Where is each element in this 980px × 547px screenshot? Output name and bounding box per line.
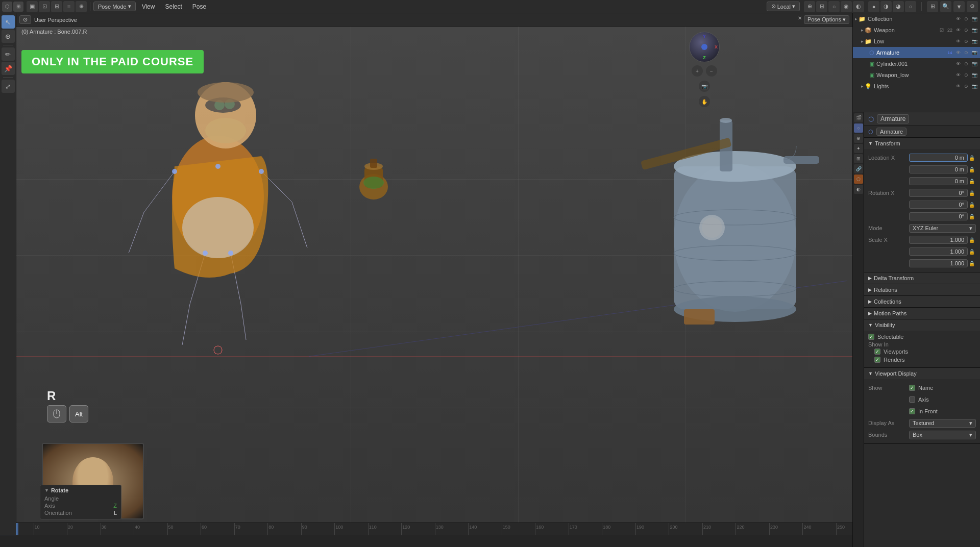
lights-filter[interactable]: ⊙	[963, 83, 970, 90]
draw-tool[interactable]: ✏	[2, 47, 15, 61]
nav-zoom-in[interactable]: +	[692, 65, 703, 77]
rotation-z-value[interactable]: 0°	[909, 212, 968, 220]
cursor-tool[interactable]: ⊕	[2, 30, 15, 43]
settings-icon[interactable]: ⚙	[967, 1, 978, 12]
rotation-x-lock[interactable]: 🔒	[969, 190, 976, 196]
render-rendered[interactable]: ◕	[893, 1, 904, 12]
object-name-display[interactable]: Armature	[877, 114, 909, 123]
rotation-z-lock[interactable]: 🔒	[969, 214, 976, 219]
layout-icon-3[interactable]: ⊞	[51, 1, 62, 12]
axis-checkbox[interactable]	[909, 396, 915, 403]
data-name-display[interactable]: Armature	[876, 128, 906, 136]
prop-object-icon[interactable]: ○	[854, 123, 863, 133]
prop-material-icon[interactable]: ◐	[854, 185, 863, 194]
armature-camera[interactable]: 📷	[971, 49, 978, 56]
location-y-lock[interactable]: 🔒	[969, 167, 976, 172]
low-camera[interactable]: 📷	[971, 38, 978, 45]
close-fullscreen-icon[interactable]: ✕	[798, 15, 802, 24]
collection-filter[interactable]: ⊙	[963, 15, 970, 22]
transform-tool[interactable]: ⤢	[2, 80, 15, 93]
delta-transform-header[interactable]: Delta Transform	[864, 272, 980, 284]
location-x-lock[interactable]: 🔒	[969, 155, 976, 161]
renders-checkbox[interactable]: ✓	[874, 357, 880, 363]
transform-icon[interactable]: ⊕	[804, 1, 815, 12]
bounds-value[interactable]: Box ▾	[909, 431, 976, 439]
weapon-low-eye[interactable]: 👁	[954, 71, 962, 79]
select-menu[interactable]: Select	[161, 2, 186, 11]
zoom-icon[interactable]: 🔍	[940, 1, 951, 12]
nav-y-axis[interactable]: Y	[703, 34, 706, 39]
weapon-eye[interactable]: 👁	[954, 27, 962, 34]
render-mat[interactable]: ◑	[880, 1, 892, 12]
motion-paths-header[interactable]: Motion Paths	[864, 308, 980, 319]
lights-camera[interactable]: 📷	[971, 83, 978, 90]
weapon-check[interactable]: ☑	[938, 27, 945, 34]
scale-y-value[interactable]: 1.000	[909, 247, 968, 256]
prop-particles-icon[interactable]: ✦	[854, 144, 863, 153]
magnet-icon[interactable]: ⊞	[816, 1, 827, 12]
viewport-perspective-btn[interactable]: ⊙	[19, 15, 31, 24]
annotate-tool[interactable]: 📌	[2, 62, 15, 75]
display-as-value[interactable]: Textured ▾	[909, 419, 976, 428]
filter-icon[interactable]: ▼	[953, 1, 965, 12]
pose-menu[interactable]: Pose	[188, 2, 210, 11]
low-filter[interactable]: ⊙	[963, 38, 970, 45]
scale-z-lock[interactable]: 🔒	[969, 261, 976, 266]
render-wire[interactable]: ○	[905, 1, 916, 12]
prop-modifier-icon[interactable]: ⊕	[854, 134, 863, 143]
collections-header[interactable]: Collections	[864, 296, 980, 307]
lights-eye[interactable]: 👁	[954, 83, 962, 90]
scale-y-lock[interactable]: 🔒	[969, 249, 976, 255]
weapon-low-filter[interactable]: ⊙	[963, 71, 970, 79]
in-front-checkbox[interactable]: ✓	[909, 408, 915, 414]
outliner-item-armature[interactable]: ⬡ Armature 14 👁 ⊙ 📷	[853, 47, 980, 58]
cylinder-eye[interactable]: 👁	[954, 60, 962, 67]
editor-type-icon[interactable]: ⊞	[927, 1, 938, 12]
outliner-item-weapon-low[interactable]: ▣ Weapon_low 👁 ⊙ 📷	[853, 69, 980, 81]
rotate-collapse-icon[interactable]: ▼	[44, 488, 49, 493]
collection-eye[interactable]: 👁	[954, 15, 962, 22]
overlay-icon[interactable]: ◉	[841, 1, 852, 12]
prop-scene-icon[interactable]: 🎬	[854, 113, 863, 122]
select-tool[interactable]: ↖	[2, 15, 15, 29]
nav-zoom-out[interactable]: −	[706, 65, 717, 77]
viewport-display-header[interactable]: Viewport Display	[864, 368, 980, 379]
weapon-low-camera[interactable]: 📷	[971, 71, 978, 79]
rotation-mode-value[interactable]: XYZ Euler ▾	[909, 224, 976, 233]
mode-icon[interactable]: ⊞	[13, 2, 23, 12]
location-y-value[interactable]: 0 m	[909, 165, 968, 173]
layout-icon-2[interactable]: ⊡	[39, 1, 50, 12]
pose-options-btn[interactable]: Pose Options ▾	[804, 15, 849, 24]
name-checkbox[interactable]: ✓	[909, 385, 915, 391]
rotation-y-value[interactable]: 0°	[909, 201, 968, 209]
transform-header[interactable]: Transform	[864, 138, 980, 149]
layout-icon-4[interactable]: ≡	[63, 1, 75, 12]
prop-physics-icon[interactable]: ⊞	[854, 154, 863, 163]
weapon-camera[interactable]: 📷	[971, 27, 978, 34]
nav-z-axis[interactable]: Z	[703, 55, 706, 60]
selectable-checkbox[interactable]: ✓	[868, 334, 874, 340]
rotation-x-value[interactable]: 0°	[909, 189, 968, 197]
layout-icon-5[interactable]: ⊕	[76, 1, 87, 12]
app-icon[interactable]: ⬡	[2, 2, 12, 12]
location-x-value[interactable]: 0 m	[909, 154, 968, 162]
relations-header[interactable]: Relations	[864, 284, 980, 295]
visibility-header[interactable]: Visibility	[864, 319, 980, 331]
render-solid[interactable]: ●	[868, 1, 879, 12]
scale-x-value[interactable]: 1.000	[909, 236, 968, 244]
collection-camera[interactable]: 📷	[971, 15, 978, 22]
low-eye[interactable]: 👁	[954, 38, 962, 45]
armature-eye[interactable]: 👁	[954, 49, 962, 56]
pose-mode-button[interactable]: Pose Mode ▾	[93, 2, 136, 11]
nav-x-axis[interactable]: X	[715, 44, 718, 49]
rotation-y-lock[interactable]: 🔒	[969, 202, 976, 208]
prop-constraints-icon[interactable]: 🔗	[854, 164, 863, 173]
shading-icon[interactable]: ◐	[853, 1, 864, 12]
prop-data-icon[interactable]: ⬡	[854, 175, 863, 184]
viewport[interactable]: ⊙ User Perspective ✕ Pose Options ▾ (0) …	[16, 13, 852, 535]
outliner-item-lights[interactable]: ▸ 💡 Lights 👁 ⊙ 📷	[853, 81, 980, 92]
cylinder-camera[interactable]: 📷	[971, 60, 978, 67]
scale-z-value[interactable]: 1.000	[909, 259, 968, 267]
nav-hand[interactable]: ✋	[699, 96, 710, 107]
cylinder-filter[interactable]: ⊙	[963, 60, 970, 67]
